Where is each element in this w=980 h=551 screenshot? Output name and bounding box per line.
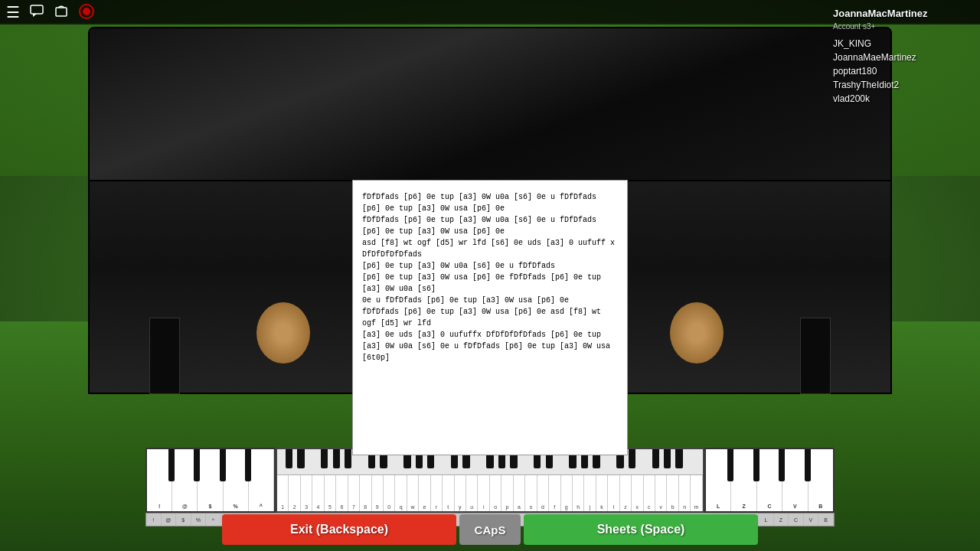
white-key-3[interactable]: 3 (301, 475, 312, 511)
white-key-0[interactable]: 0 (384, 475, 395, 511)
key-label-C: C (789, 514, 804, 526)
current-player-name: JoannaMacMartinez (833, 6, 974, 21)
white-key-6[interactable]: 6 (336, 475, 348, 511)
white-key-row: 1234567890qwertyuiopasdfghjklzxcvbnm (277, 475, 703, 511)
player-1: JK_KING (833, 37, 974, 51)
white-key-1[interactable]: 1 (277, 475, 289, 511)
white-key-q[interactable]: q (395, 475, 407, 511)
black-key-31[interactable] (652, 449, 659, 468)
svg-rect-0 (31, 5, 43, 14)
left-piano-keys: ! @ $ % ^ (145, 448, 276, 513)
white-key-9[interactable]: 9 (372, 475, 384, 511)
piano-leg-right (800, 318, 831, 394)
sheet-music-text: fDfDfads [p6] 0e tup [a3] 0W u0a [s6] 0e… (362, 191, 618, 364)
account-level: Account s3+ (833, 21, 974, 32)
white-key-o[interactable]: o (490, 475, 501, 511)
key-label-V: V (804, 514, 819, 526)
white-key-x[interactable]: x (632, 475, 643, 511)
caps-button[interactable]: CApS (459, 514, 521, 545)
white-key-t[interactable]: t (443, 475, 454, 511)
white-key-8[interactable]: 8 (360, 475, 371, 511)
key-label-B: B (818, 514, 834, 526)
key-label-$: $ (176, 514, 191, 526)
black-key-4[interactable] (333, 449, 340, 468)
white-key-k[interactable]: k (596, 475, 608, 511)
bottom-buttons: Exit (Backspace) CApS Sheets (Space) (222, 514, 758, 545)
black-key-3[interactable] (321, 449, 328, 468)
black-key-29[interactable] (629, 449, 635, 468)
key-label-!: ! (146, 514, 162, 526)
white-key-n[interactable]: n (679, 475, 691, 511)
white-key-j[interactable]: j (584, 475, 596, 511)
white-key-d[interactable]: d (537, 475, 549, 511)
white-key-r[interactable]: r (431, 475, 443, 511)
player-4: TrashyTheIdiot2 (833, 78, 974, 92)
white-key-s[interactable]: s (525, 475, 537, 511)
chat-icon[interactable] (29, 3, 44, 22)
black-key-0[interactable] (286, 449, 292, 468)
key-label-%: % (191, 514, 207, 526)
piano-leg-left (149, 318, 180, 394)
exit-button[interactable]: Exit (Backspace) (222, 514, 456, 545)
player-avatar-left (256, 302, 310, 364)
white-key-5[interactable]: 5 (325, 475, 336, 511)
right-piano-keys: L Z C V B (704, 448, 835, 513)
player-3: poptart180 (833, 64, 974, 78)
inventory-icon[interactable] (54, 3, 69, 22)
black-key-33[interactable] (675, 449, 682, 468)
black-key-5[interactable] (345, 449, 351, 468)
white-key-7[interactable]: 7 (348, 475, 360, 511)
white-key-g[interactable]: g (561, 475, 573, 511)
player-list: JoannaMacMartinez Account s3+ JK_KING Jo… (827, 0, 980, 112)
white-key-a[interactable]: a (514, 475, 525, 511)
svg-rect-2 (56, 8, 67, 16)
key-label-Z: Z (774, 514, 789, 526)
main-keyboard: 1234567890qwertyuiopasdfghjklzxcvbnm (276, 448, 704, 513)
black-key-1[interactable] (297, 449, 304, 468)
white-key-e[interactable]: e (419, 475, 430, 511)
white-key-2[interactable]: 2 (289, 475, 300, 511)
white-key-m[interactable]: m (691, 475, 702, 511)
menu-icon[interactable]: ☰ (6, 3, 20, 21)
black-key-32[interactable] (664, 449, 671, 468)
player-5: vlad200k (833, 92, 974, 106)
white-key-h[interactable]: h (573, 475, 584, 511)
white-key-z[interactable]: z (620, 475, 632, 511)
white-key-f[interactable]: f (549, 475, 560, 511)
player-2: JoannaMaeMartinez (833, 51, 974, 64)
sheets-button[interactable]: Sheets (Space) (524, 514, 758, 545)
white-key-4[interactable]: 4 (312, 475, 324, 511)
white-key-l[interactable]: l (608, 475, 619, 511)
player-avatar-right (670, 302, 724, 364)
record-icon[interactable] (78, 3, 95, 22)
key-label-L: L (759, 514, 774, 526)
white-key-p[interactable]: p (501, 475, 513, 511)
sheet-music-panel: fDfDfads [p6] 0e tup [a3] 0W u0a [s6] 0e… (352, 180, 628, 455)
white-key-b[interactable]: b (667, 475, 678, 511)
key-label-^: ^ (206, 514, 221, 526)
white-key-u[interactable]: u (466, 475, 478, 511)
white-key-i[interactable]: i (478, 475, 489, 511)
key-label-@: @ (162, 514, 177, 526)
white-key-y[interactable]: y (455, 475, 466, 511)
svg-point-4 (83, 8, 90, 15)
white-key-w[interactable]: w (407, 475, 419, 511)
white-key-c[interactable]: c (644, 475, 655, 511)
white-key-v[interactable]: v (655, 475, 667, 511)
